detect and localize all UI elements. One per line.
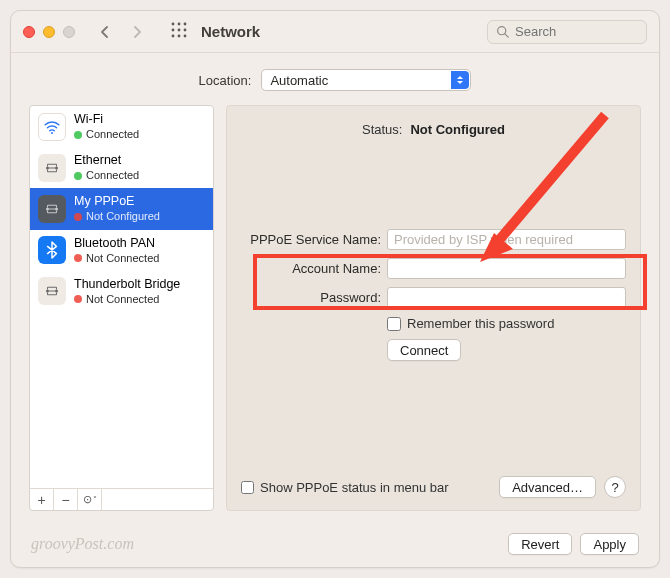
svg-point-12 — [46, 166, 49, 169]
add-service-button[interactable]: + — [30, 489, 54, 510]
svg-point-5 — [184, 28, 187, 31]
ethernet-icon — [38, 195, 66, 223]
sidebar-item-ethernet[interactable]: Ethernet Connected — [30, 147, 213, 188]
connect-button[interactable]: Connect — [387, 339, 461, 361]
remember-checkbox[interactable] — [387, 317, 401, 331]
back-button[interactable] — [93, 20, 117, 44]
revert-button[interactable]: Revert — [508, 533, 572, 555]
account-input[interactable] — [387, 258, 626, 279]
password-input[interactable] — [387, 287, 626, 308]
account-row: Account Name: — [241, 258, 626, 279]
svg-point-0 — [172, 22, 175, 25]
advanced-button[interactable]: Advanced… — [499, 476, 596, 498]
service-name-input[interactable] — [387, 229, 626, 250]
ethernet-icon — [38, 277, 66, 305]
service-name: My PPPoE — [74, 194, 160, 209]
window-title: Network — [201, 23, 260, 40]
status-value: Not Configured — [410, 122, 505, 137]
status-dot-icon — [74, 131, 82, 139]
status-dot-icon — [74, 213, 82, 221]
remember-label: Remember this password — [407, 316, 554, 331]
service-status: Not Connected — [86, 293, 159, 306]
search-field[interactable] — [487, 20, 647, 44]
location-select[interactable]: Automatic — [261, 69, 471, 91]
sidebar-item-thunderbolt[interactable]: Thunderbolt Bridge Not Connected — [30, 271, 213, 312]
service-sidebar: Wi-Fi Connected Ethernet Connected — [29, 105, 214, 511]
remove-service-button[interactable]: − — [54, 489, 78, 510]
svg-point-1 — [178, 22, 181, 25]
service-name: Thunderbolt Bridge — [74, 277, 180, 292]
status-label: Status: — [362, 122, 402, 137]
svg-point-16 — [46, 290, 49, 293]
svg-point-3 — [172, 28, 175, 31]
bluetooth-icon — [38, 236, 66, 264]
service-actions-button[interactable]: ⊙˅ — [78, 489, 102, 510]
main-panel: Status: Not Configured PPPoE Service Nam… — [226, 105, 641, 511]
close-icon[interactable] — [23, 26, 35, 38]
select-stepper-icon — [451, 71, 469, 89]
remember-row: Remember this password — [387, 316, 626, 331]
sidebar-item-wifi[interactable]: Wi-Fi Connected — [30, 106, 213, 147]
location-row: Location: Automatic — [11, 53, 659, 105]
svg-point-4 — [178, 28, 181, 31]
service-name: Bluetooth PAN — [74, 236, 159, 251]
svg-line-10 — [505, 34, 508, 37]
sidebar-item-pppoe[interactable]: My PPPoE Not Configured — [30, 188, 213, 229]
status-row: Status: Not Configured — [241, 122, 626, 137]
service-name-label: PPPoE Service Name: — [241, 232, 381, 247]
location-value: Automatic — [270, 73, 328, 88]
status-dot-icon — [74, 254, 82, 262]
service-status: Connected — [86, 169, 139, 182]
sidebar-item-bluetooth[interactable]: Bluetooth PAN Not Connected — [30, 230, 213, 271]
apply-button[interactable]: Apply — [580, 533, 639, 555]
svg-point-14 — [46, 207, 49, 210]
window-footer: groovyPost.com Revert Apply — [11, 525, 659, 567]
status-dot-icon — [74, 172, 82, 180]
service-status: Not Connected — [86, 252, 159, 265]
watermark: groovyPost.com — [31, 535, 134, 553]
preferences-window: Network Location: Automatic Wi-Fi Conn — [10, 10, 660, 568]
show-status-checkbox[interactable] — [241, 481, 254, 494]
show-status-row: Show PPPoE status in menu bar — [241, 480, 449, 495]
service-name-row: PPPoE Service Name: — [241, 229, 626, 250]
service-name: Ethernet — [74, 153, 139, 168]
svg-point-8 — [184, 34, 187, 37]
show-all-icon[interactable] — [171, 22, 187, 42]
wifi-icon — [38, 113, 66, 141]
password-label: Password: — [241, 290, 381, 305]
forward-button[interactable] — [125, 20, 149, 44]
svg-point-11 — [51, 132, 53, 134]
svg-point-17 — [55, 290, 58, 293]
location-label: Location: — [199, 73, 252, 88]
svg-point-13 — [55, 166, 58, 169]
password-row: Password: — [241, 287, 626, 308]
svg-point-15 — [55, 207, 58, 210]
svg-point-7 — [178, 34, 181, 37]
minimize-icon[interactable] — [43, 26, 55, 38]
account-label: Account Name: — [241, 261, 381, 276]
service-name: Wi-Fi — [74, 112, 139, 127]
svg-point-2 — [184, 22, 187, 25]
service-status: Not Configured — [86, 210, 160, 223]
search-input[interactable] — [515, 24, 638, 39]
status-dot-icon — [74, 295, 82, 303]
search-icon — [496, 25, 509, 38]
service-status: Connected — [86, 128, 139, 141]
help-button[interactable]: ? — [604, 476, 626, 498]
sidebar-footer: + − ⊙˅ — [30, 488, 213, 510]
window-controls — [23, 26, 75, 38]
zoom-icon — [63, 26, 75, 38]
svg-point-6 — [172, 34, 175, 37]
titlebar: Network — [11, 11, 659, 53]
show-status-label: Show PPPoE status in menu bar — [260, 480, 449, 495]
ethernet-icon — [38, 154, 66, 182]
